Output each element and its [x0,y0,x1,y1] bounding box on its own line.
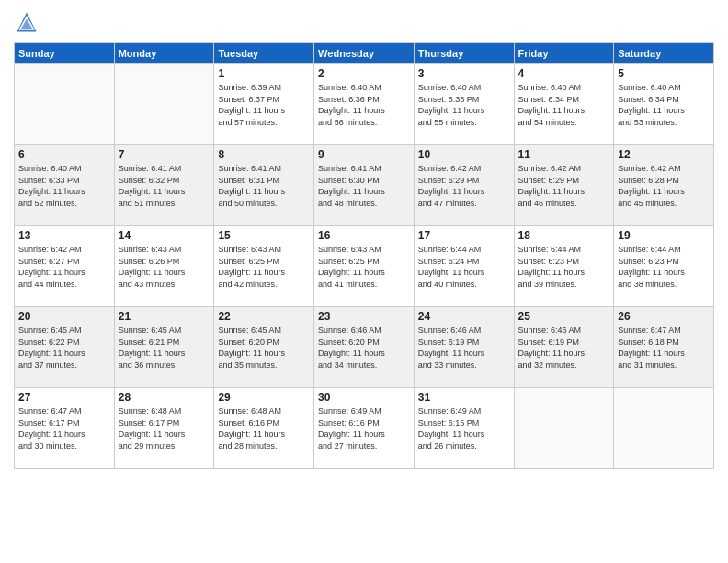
table-row: 23Sunrise: 6:46 AM Sunset: 6:20 PM Dayli… [314,307,415,388]
table-row: 24Sunrise: 6:46 AM Sunset: 6:19 PM Dayli… [414,307,514,388]
table-row: 16Sunrise: 6:43 AM Sunset: 6:25 PM Dayli… [314,226,415,307]
day-number: 14 [119,229,210,242]
day-number: 7 [119,148,210,161]
day-number: 9 [318,148,410,161]
day-number: 28 [119,391,210,404]
day-info: Sunrise: 6:46 AM Sunset: 6:20 PM Dayligh… [318,325,410,371]
col-thursday: Thursday [414,43,514,64]
day-number: 6 [18,148,110,161]
day-number: 17 [418,229,510,242]
table-row: 1Sunrise: 6:39 AM Sunset: 6:37 PM Daylig… [214,64,314,145]
col-saturday: Saturday [614,43,714,64]
table-row: 20Sunrise: 6:45 AM Sunset: 6:22 PM Dayli… [15,307,115,388]
calendar-header-row: Sunday Monday Tuesday Wednesday Thursday… [15,43,714,64]
calendar-week-row: 20Sunrise: 6:45 AM Sunset: 6:22 PM Dayli… [15,307,714,388]
day-number: 18 [518,229,610,242]
day-info: Sunrise: 6:40 AM Sunset: 6:34 PM Dayligh… [518,82,610,128]
day-info: Sunrise: 6:42 AM Sunset: 6:29 PM Dayligh… [418,163,510,209]
day-info: Sunrise: 6:45 AM Sunset: 6:20 PM Dayligh… [218,325,310,371]
day-info: Sunrise: 6:41 AM Sunset: 6:32 PM Dayligh… [119,163,210,209]
table-row [15,64,115,145]
day-info: Sunrise: 6:39 AM Sunset: 6:37 PM Dayligh… [218,82,310,128]
table-row: 11Sunrise: 6:42 AM Sunset: 6:29 PM Dayli… [514,145,614,226]
day-number: 2 [318,67,410,80]
calendar-week-row: 27Sunrise: 6:47 AM Sunset: 6:17 PM Dayli… [15,388,714,469]
day-number: 5 [618,67,710,80]
day-number: 12 [618,148,710,161]
table-row: 8Sunrise: 6:41 AM Sunset: 6:31 PM Daylig… [214,145,314,226]
day-number: 30 [318,391,410,404]
day-number: 21 [119,310,210,323]
day-number: 15 [218,229,310,242]
day-number: 22 [218,310,310,323]
table-row: 10Sunrise: 6:42 AM Sunset: 6:29 PM Dayli… [414,145,514,226]
day-info: Sunrise: 6:40 AM Sunset: 6:33 PM Dayligh… [18,163,110,209]
table-row: 19Sunrise: 6:44 AM Sunset: 6:23 PM Dayli… [614,226,714,307]
table-row: 4Sunrise: 6:40 AM Sunset: 6:34 PM Daylig… [514,64,614,145]
day-number: 31 [418,391,510,404]
day-info: Sunrise: 6:48 AM Sunset: 6:16 PM Dayligh… [218,406,310,452]
day-number: 24 [418,310,510,323]
calendar-table: Sunday Monday Tuesday Wednesday Thursday… [14,42,714,469]
day-number: 19 [618,229,710,242]
logo-icon [14,9,40,35]
day-number: 29 [218,391,310,404]
table-row: 13Sunrise: 6:42 AM Sunset: 6:27 PM Dayli… [15,226,115,307]
day-info: Sunrise: 6:42 AM Sunset: 6:28 PM Dayligh… [618,163,710,209]
day-number: 3 [418,67,510,80]
table-row: 3Sunrise: 6:40 AM Sunset: 6:35 PM Daylig… [414,64,514,145]
day-info: Sunrise: 6:49 AM Sunset: 6:15 PM Dayligh… [418,406,510,452]
table-row: 2Sunrise: 6:40 AM Sunset: 6:36 PM Daylig… [314,64,415,145]
col-tuesday: Tuesday [214,43,314,64]
col-sunday: Sunday [15,43,115,64]
day-number: 13 [18,229,110,242]
day-info: Sunrise: 6:42 AM Sunset: 6:29 PM Dayligh… [518,163,610,209]
day-info: Sunrise: 6:46 AM Sunset: 6:19 PM Dayligh… [418,325,510,371]
day-info: Sunrise: 6:44 AM Sunset: 6:23 PM Dayligh… [518,244,610,290]
day-number: 10 [418,148,510,161]
page: Sunday Monday Tuesday Wednesday Thursday… [0,0,728,563]
day-info: Sunrise: 6:42 AM Sunset: 6:27 PM Dayligh… [18,244,110,290]
day-info: Sunrise: 6:48 AM Sunset: 6:17 PM Dayligh… [119,406,210,452]
day-info: Sunrise: 6:44 AM Sunset: 6:24 PM Dayligh… [418,244,510,290]
calendar-week-row: 13Sunrise: 6:42 AM Sunset: 6:27 PM Dayli… [15,226,714,307]
day-info: Sunrise: 6:45 AM Sunset: 6:22 PM Dayligh… [18,325,110,371]
day-number: 26 [618,310,710,323]
table-row: 7Sunrise: 6:41 AM Sunset: 6:32 PM Daylig… [114,145,214,226]
table-row: 21Sunrise: 6:45 AM Sunset: 6:21 PM Dayli… [114,307,214,388]
table-row [614,388,714,469]
table-row: 14Sunrise: 6:43 AM Sunset: 6:26 PM Dayli… [114,226,214,307]
day-number: 20 [18,310,110,323]
day-number: 1 [218,67,310,80]
table-row: 27Sunrise: 6:47 AM Sunset: 6:17 PM Dayli… [15,388,115,469]
day-info: Sunrise: 6:49 AM Sunset: 6:16 PM Dayligh… [318,406,410,452]
table-row: 18Sunrise: 6:44 AM Sunset: 6:23 PM Dayli… [514,226,614,307]
table-row: 9Sunrise: 6:41 AM Sunset: 6:30 PM Daylig… [314,145,415,226]
table-row: 12Sunrise: 6:42 AM Sunset: 6:28 PM Dayli… [614,145,714,226]
logo [14,9,43,35]
col-wednesday: Wednesday [314,43,415,64]
header [14,9,714,35]
day-info: Sunrise: 6:40 AM Sunset: 6:35 PM Dayligh… [418,82,510,128]
table-row: 5Sunrise: 6:40 AM Sunset: 6:34 PM Daylig… [614,64,714,145]
day-info: Sunrise: 6:47 AM Sunset: 6:17 PM Dayligh… [18,406,110,452]
day-info: Sunrise: 6:41 AM Sunset: 6:31 PM Dayligh… [218,163,310,209]
day-info: Sunrise: 6:46 AM Sunset: 6:19 PM Dayligh… [518,325,610,371]
table-row: 28Sunrise: 6:48 AM Sunset: 6:17 PM Dayli… [114,388,214,469]
day-info: Sunrise: 6:45 AM Sunset: 6:21 PM Dayligh… [119,325,210,371]
table-row: 26Sunrise: 6:47 AM Sunset: 6:18 PM Dayli… [614,307,714,388]
table-row [114,64,214,145]
day-info: Sunrise: 6:41 AM Sunset: 6:30 PM Dayligh… [318,163,410,209]
day-info: Sunrise: 6:47 AM Sunset: 6:18 PM Dayligh… [618,325,710,371]
table-row: 29Sunrise: 6:48 AM Sunset: 6:16 PM Dayli… [214,388,314,469]
table-row: 31Sunrise: 6:49 AM Sunset: 6:15 PM Dayli… [414,388,514,469]
calendar-week-row: 6Sunrise: 6:40 AM Sunset: 6:33 PM Daylig… [15,145,714,226]
day-info: Sunrise: 6:43 AM Sunset: 6:26 PM Dayligh… [119,244,210,290]
table-row: 6Sunrise: 6:40 AM Sunset: 6:33 PM Daylig… [15,145,115,226]
table-row: 17Sunrise: 6:44 AM Sunset: 6:24 PM Dayli… [414,226,514,307]
day-info: Sunrise: 6:43 AM Sunset: 6:25 PM Dayligh… [218,244,310,290]
day-number: 25 [518,310,610,323]
table-row: 30Sunrise: 6:49 AM Sunset: 6:16 PM Dayli… [314,388,415,469]
table-row: 22Sunrise: 6:45 AM Sunset: 6:20 PM Dayli… [214,307,314,388]
day-number: 4 [518,67,610,80]
